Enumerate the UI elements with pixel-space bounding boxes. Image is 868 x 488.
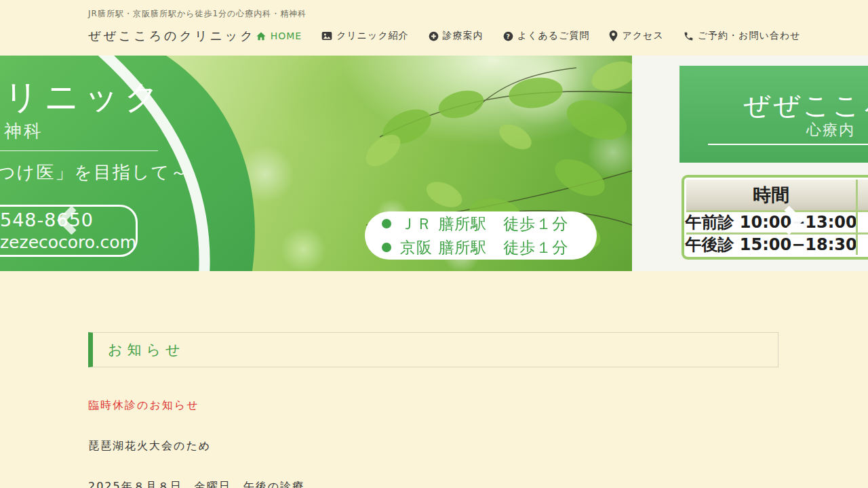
news-section-title: お知らせ	[108, 340, 184, 359]
slide-clinic-name-fragment: リニック	[4, 75, 165, 120]
main-nav: HOME クリニック紹介 診療案内 ? よくあるご質問	[256, 30, 801, 42]
carousel-slide-current: リニック 神科 つけ医」を目指して～ 548-8650 zezecocoro.c…	[0, 56, 632, 271]
access-line-jr: ＪＲ 膳所駅 徒歩１分	[382, 214, 597, 235]
news-body-line: 琵琶湖花火大会のため	[88, 439, 780, 453]
nav-label: HOME	[271, 30, 302, 41]
next-slide-banner: ぜぜこころ 心療内	[679, 66, 868, 163]
nav-item-clinic-intro[interactable]: クリニック紹介	[321, 30, 409, 42]
news-section: お知らせ 臨時休診のお知らせ 琵琶湖花火大会のため 2025年８月８日 金曜日 …	[0, 332, 868, 488]
access-line-keihan: 京阪 膳所駅 徒歩１分	[382, 237, 597, 258]
carousel-prev-button[interactable]	[56, 205, 79, 235]
nav-item-home[interactable]: HOME	[256, 30, 302, 41]
nav-label: アクセス	[622, 30, 663, 42]
slide-specialty-fragment: 神科	[4, 119, 43, 143]
news-section-title-box: お知らせ	[88, 332, 778, 367]
schedule-row-morning: 午前診 10:00−13:00 −	[686, 210, 868, 232]
question-circle-icon: ?	[503, 31, 513, 41]
next-slide-divider-line	[708, 144, 868, 145]
nav-label: よくあるご質問	[517, 30, 590, 42]
hero-carousel: リニック 神科 つけ医」を目指して～ 548-8650 zezecocoro.c…	[0, 56, 868, 271]
carousel-next-button[interactable]	[784, 205, 807, 235]
bullet-icon	[382, 243, 391, 252]
schedule-table: 時間 月 午前診 10:00−13:00 − 午後診 15:00−18:30 −	[682, 175, 868, 260]
site-header: JR膳所駅・京阪膳所駅から徒歩1分の心療内科・精神科 ぜぜこころのクリニック H…	[0, 0, 868, 56]
next-slide-specialty-fragment: 心療内	[806, 120, 855, 140]
plus-circle-icon	[429, 31, 439, 41]
access-text: 京阪 膳所駅 徒歩１分	[400, 237, 568, 258]
chevron-right-icon	[784, 206, 807, 235]
schedule-cell: −	[856, 212, 868, 232]
nav-item-access[interactable]: アクセス	[609, 30, 663, 42]
home-icon	[256, 31, 267, 41]
news-body-line: 2025年８月８日 金曜日 午後の診療	[88, 480, 780, 488]
photo-icon	[321, 31, 332, 41]
next-slide-clinic-name-fragment: ぜぜこころ	[743, 87, 868, 124]
svg-text:?: ?	[506, 32, 510, 39]
schedule-cell: 午前診 10:00−13:00	[686, 212, 856, 232]
schedule-header-mon: 月	[856, 180, 868, 210]
schedule-row-afternoon: 午後診 15:00−18:30 −	[686, 232, 868, 255]
nav-label: 診療案内	[443, 30, 484, 42]
schedule-cell: 午後診 15:00−18:30	[686, 235, 856, 255]
nav-label: クリニック紹介	[336, 30, 409, 42]
chevron-left-icon	[56, 206, 79, 235]
site-tagline: JR膳所駅・京阪膳所駅から徒歩1分の心療内科・精神科	[88, 8, 766, 20]
station-access-box: ＪＲ 膳所駅 徒歩１分 京阪 膳所駅 徒歩１分	[365, 211, 597, 260]
carousel-slide-next-preview: ぜぜこころ 心療内 時間 月 午前診 10:00−13:00 − 午後診 15:…	[632, 56, 868, 271]
nav-label: ご予約・お問い合わせ	[698, 30, 801, 42]
schedule-cell: −	[856, 235, 868, 255]
news-item-title: 臨時休診のお知らせ	[88, 399, 780, 413]
nav-item-services[interactable]: 診療案内	[429, 30, 484, 42]
map-pin-icon	[609, 30, 618, 41]
nav-item-contact[interactable]: ご予約・お問い合わせ	[684, 30, 801, 42]
site-title[interactable]: ぜぜこころのクリニック	[88, 28, 256, 44]
schedule-header-row: 時間 月	[686, 180, 868, 210]
nav-item-faq[interactable]: ? よくあるご質問	[503, 30, 590, 42]
slide-divider-line	[0, 150, 158, 151]
bullet-icon	[382, 219, 391, 228]
schedule-header-time: 時間	[686, 180, 856, 210]
access-text: ＪＲ 膳所駅 徒歩１分	[400, 214, 568, 235]
phone-icon	[684, 31, 694, 41]
slide-motto-fragment: つけ医」を目指して～	[0, 161, 189, 184]
